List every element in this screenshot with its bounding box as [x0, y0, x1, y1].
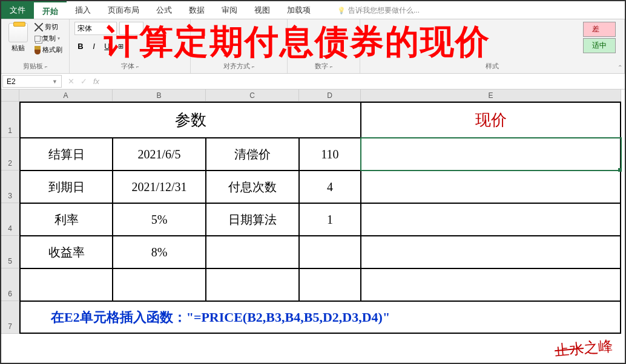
format-painter-button[interactable]: 格式刷	[33, 45, 64, 55]
ribbon-group-number: 数字 ⌐	[288, 19, 360, 73]
border-button[interactable]: ⊞	[114, 40, 127, 52]
tab-formulas[interactable]: 公式	[148, 1, 180, 19]
cell-params-header[interactable]: 参数	[19, 102, 361, 138]
col-header-c[interactable]: C	[206, 89, 299, 102]
cell-a4[interactable]: 利率	[19, 203, 113, 236]
formula-input[interactable]	[104, 74, 625, 89]
cell-c3[interactable]: 付息次数	[206, 171, 299, 203]
cell-e3[interactable]	[361, 171, 621, 203]
number-group-label: 数字 ⌐	[292, 60, 355, 72]
cell-e2[interactable]	[361, 138, 621, 171]
formula-bar: E2▼ ✕ ✓ fx	[1, 74, 625, 89]
cell-e6[interactable]	[361, 268, 621, 301]
italic-button[interactable]: I	[88, 40, 100, 52]
tab-home[interactable]: 开始	[34, 1, 67, 19]
font-size-select[interactable]	[119, 22, 143, 35]
ribbon: 粘贴 剪切 复制 ▾ 格式刷 剪贴板 ⌐ B I U ⊞ 字体 ⌐	[1, 19, 625, 74]
cell-b4[interactable]: 5%	[113, 203, 206, 236]
collapse-ribbon-icon[interactable]: ⌃	[618, 64, 622, 71]
cut-label: 剪切	[45, 22, 58, 31]
row-header-4[interactable]: 4	[1, 203, 19, 236]
row-header-3[interactable]: 3	[1, 171, 19, 203]
cell-b5[interactable]: 8%	[113, 236, 206, 268]
font-group-label: 字体 ⌐	[74, 60, 185, 72]
bold-button[interactable]: B	[74, 40, 87, 52]
ribbon-tabs: 文件 开始 插入 页面布局 公式 数据 审阅 视图 加载项 告诉我您想要做什么.…	[1, 1, 625, 19]
styles-group-label: 样式	[365, 60, 619, 72]
tell-me-search[interactable]: 告诉我您想要做什么...	[331, 1, 426, 19]
name-box-value: E2	[7, 77, 16, 86]
ribbon-group-font: B I U ⊞ 字体 ⌐	[70, 19, 191, 73]
signature: 止水之峰	[554, 336, 613, 360]
style-bad[interactable]: 差	[583, 22, 616, 37]
format-painter-label: 格式刷	[42, 45, 62, 54]
alignment-group-label: 对齐方式 ⌐	[196, 60, 282, 72]
copy-icon	[35, 36, 41, 42]
underline-button[interactable]: U	[101, 40, 113, 52]
cell-d5[interactable]	[299, 236, 361, 268]
cell-c6[interactable]	[206, 268, 299, 301]
row-header-2[interactable]: 2	[1, 138, 19, 171]
paste-button[interactable]: 粘贴	[6, 22, 30, 54]
copy-button[interactable]: 复制 ▾	[33, 33, 64, 44]
tab-page-layout[interactable]: 页面布局	[99, 1, 148, 19]
cell-e5[interactable]	[361, 236, 621, 268]
cell-d2[interactable]: 110	[299, 138, 361, 171]
tab-insert[interactable]: 插入	[67, 1, 99, 19]
col-header-b[interactable]: B	[113, 89, 206, 102]
col-header-a[interactable]: A	[19, 89, 113, 102]
select-all-corner[interactable]	[1, 89, 19, 102]
cell-price-header[interactable]: 现价	[361, 102, 621, 138]
cell-e4[interactable]	[361, 203, 621, 236]
name-box[interactable]: E2▼	[2, 75, 62, 88]
clipboard-icon	[8, 23, 28, 42]
cell-formula-note[interactable]: 在E2单元格插入函数："=PRICE(B2,B3,B4,B5,D2,D3,D4)…	[19, 301, 621, 334]
cell-c4[interactable]: 日期算法	[206, 203, 299, 236]
cell-d4[interactable]: 1	[299, 203, 361, 236]
row-header-5[interactable]: 5	[1, 236, 19, 268]
col-header-e[interactable]: E	[361, 89, 621, 102]
cell-a3[interactable]: 到期日	[19, 171, 113, 203]
font-name-select[interactable]	[74, 22, 117, 35]
cell-b6[interactable]	[113, 268, 206, 301]
row-header-6[interactable]: 6	[1, 268, 19, 301]
tab-file[interactable]: 文件	[1, 1, 34, 19]
tab-addins[interactable]: 加载项	[278, 1, 319, 19]
row-header-1[interactable]: 1	[1, 102, 19, 138]
tab-view[interactable]: 视图	[246, 1, 278, 19]
ribbon-group-alignment: 对齐方式 ⌐	[191, 19, 288, 73]
paste-label: 粘贴	[12, 44, 25, 53]
tab-data[interactable]: 数据	[180, 1, 213, 19]
cell-a6[interactable]	[19, 268, 113, 301]
cancel-formula-icon[interactable]: ✕	[68, 77, 74, 86]
scissors-icon	[35, 23, 43, 31]
chevron-down-icon: ▼	[52, 79, 58, 85]
ribbon-group-clipboard: 粘贴 剪切 复制 ▾ 格式刷 剪贴板 ⌐	[1, 19, 70, 73]
spreadsheet-grid: A B C D E 1 参数 现价 2 结算日 2021/6/5 清偿价 110…	[1, 89, 625, 334]
ribbon-group-styles: 差 适中 样式	[360, 19, 625, 73]
copy-label: 复制	[42, 34, 56, 43]
cell-c5[interactable]	[206, 236, 299, 268]
cut-button[interactable]: 剪切	[33, 22, 64, 32]
cell-b2[interactable]: 2021/6/5	[113, 138, 206, 171]
cell-c2[interactable]: 清偿价	[206, 138, 299, 171]
tab-review[interactable]: 审阅	[213, 1, 246, 19]
cell-a2[interactable]: 结算日	[19, 138, 113, 171]
accept-formula-icon[interactable]: ✓	[81, 77, 87, 86]
row-header-7[interactable]: 7	[1, 301, 19, 334]
cell-a5[interactable]: 收益率	[19, 236, 113, 268]
clipboard-group-label: 剪贴板 ⌐	[6, 60, 64, 72]
fx-icon[interactable]: fx	[93, 77, 99, 86]
cell-d6[interactable]	[299, 268, 361, 301]
cell-d3[interactable]: 4	[299, 171, 361, 203]
cell-b3[interactable]: 2021/12/31	[113, 171, 206, 203]
style-neutral[interactable]: 适中	[583, 38, 616, 53]
brush-icon	[35, 46, 41, 54]
col-header-d[interactable]: D	[299, 89, 361, 102]
